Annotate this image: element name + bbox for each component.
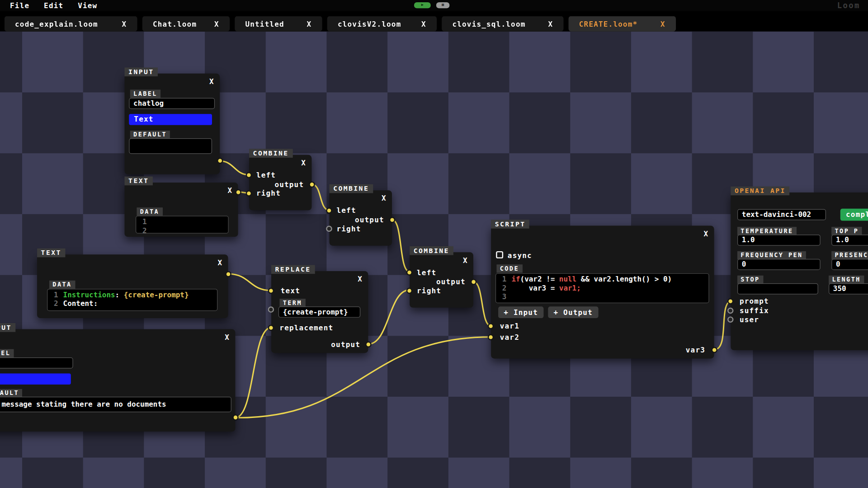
default-tag: DEFAULT [0,389,22,397]
length-input[interactable]: 350 [829,283,868,294]
line-number: 2 [140,226,147,235]
node-combine-3[interactable]: COMBINE X left output right [410,252,473,307]
label-input[interactable]: chatlog [129,98,215,109]
wire-input2-replace-replacement [235,328,271,418]
right-port[interactable] [406,288,412,294]
close-icon[interactable]: X [463,256,467,264]
menu-view[interactable]: View [78,1,97,9]
node-text-instructions[interactable]: TEXT X DATA 1Instructions: {create-promp… [37,254,228,318]
async-label: async [508,251,532,259]
node-canvas[interactable]: INPUT X LABEL chatlog Text DEFAULT COMBI… [0,32,868,488]
stop-input[interactable] [737,283,818,294]
wire-combine1-combine2-left [311,184,329,211]
default-input[interactable] [129,138,212,154]
tab-close-icon[interactable]: X [122,19,127,28]
node-title: OPENAI API [731,187,789,196]
close-icon[interactable]: X [358,275,362,283]
presence-input[interactable]: 0 [831,259,868,270]
stop-button[interactable]: ■ [436,2,449,8]
left-port[interactable] [326,207,332,213]
node-text-empty[interactable]: TEXT X DATA 1 2 [125,183,238,237]
add-input-button[interactable]: + Input [498,306,543,318]
default-input[interactable]: CREATE message stating there are no docu… [0,397,231,412]
type-button[interactable]: Text [0,374,71,385]
node-input-prompt[interactable]: INPUT X LABEL prompt Text DEFAULT CREATE… [0,329,235,432]
tab-close-icon[interactable]: X [548,19,553,28]
tab-chat[interactable]: Chat.loom X [142,16,230,32]
node-title: INPUT [0,323,15,332]
label-input[interactable]: prompt [0,357,73,368]
left-port[interactable] [406,269,412,275]
tab-clovis-sql[interactable]: clovis_sql.loom X [442,16,563,32]
left-port[interactable] [246,172,252,178]
mode-button[interactable]: completion [840,209,868,221]
output-port[interactable] [389,217,395,223]
output-port[interactable] [217,158,223,164]
close-icon[interactable]: X [227,187,232,195]
text-editor[interactable]: 1 2 [136,216,229,234]
tab-create-active[interactable]: CREATE.loom* X [569,16,676,32]
tab-close-icon[interactable]: X [307,19,312,28]
tab-clovisv2[interactable]: clovisV2.loom X [327,16,437,32]
port-label-prompt: prompt [740,297,769,305]
output-port[interactable] [235,189,241,195]
node-script[interactable]: SCRIPT X async CODE 1if(var2 != null && … [491,226,714,359]
prompt-port[interactable] [727,298,733,304]
menu-file[interactable]: File [10,1,29,9]
replacement-port[interactable] [268,325,274,331]
tab-untitled[interactable]: Untitled X [235,16,322,32]
output-port[interactable] [232,414,238,420]
code-token: if [511,275,520,283]
user-port[interactable] [727,316,733,322]
node-replace[interactable]: REPLACE X text TERM {create-prompt} repl… [271,271,368,353]
label-tag: LABEL [0,349,14,357]
code-token: Content: [63,299,98,307]
var2-port[interactable] [488,334,494,340]
node-combine-1[interactable]: COMBINE X left output right [249,155,311,210]
text-editor[interactable]: 1Instructions: {create-prompt} 2Content: [47,289,217,311]
close-icon[interactable]: X [225,333,229,341]
node-input-chatlog[interactable]: INPUT X LABEL chatlog Text DEFAULT [125,74,220,174]
async-checkbox[interactable] [496,251,503,258]
node-combine-2[interactable]: COMBINE X left output right [330,190,392,245]
add-output-button[interactable]: + Output [548,306,598,318]
port-label-var3: var3 [686,346,705,354]
tab-close-icon[interactable]: X [421,19,426,28]
close-icon[interactable]: X [217,258,222,267]
top-p-tag: TOP P [831,227,862,235]
default-tag: DEFAULT [130,131,170,139]
output-port[interactable] [309,182,315,188]
output-port[interactable] [225,271,231,277]
menu-bar: File Edit View ▶ ■ Loom [0,0,868,11]
tab-close-icon[interactable]: X [214,19,219,28]
close-icon[interactable]: X [382,194,386,202]
frequency-input[interactable]: 0 [737,259,821,270]
output-port[interactable] [365,342,371,347]
close-icon[interactable]: X [209,77,214,85]
line-number: 2 [499,284,506,293]
var1-port[interactable] [488,323,494,329]
close-icon[interactable]: X [704,230,708,238]
term-input[interactable]: {create-prompt} [278,306,360,317]
suffix-port[interactable] [727,308,733,314]
type-button[interactable]: Text [129,114,212,125]
tab-close-icon[interactable]: X [660,19,665,28]
node-openai-api[interactable]: OPENAI API text-davinci-002 completion T… [731,192,868,350]
code-editor[interactable]: 1if(var2 != null && var2.length() > 0) 2… [495,273,709,303]
code-token: var3 = [511,284,559,292]
var3-port[interactable] [711,347,717,353]
app-logo: Loom [837,1,860,10]
tab-code-explain[interactable]: code_explain.loom X [5,16,137,32]
output-port[interactable] [471,279,476,285]
close-icon[interactable]: X [301,159,306,167]
line-number: 1 [140,217,147,226]
play-button[interactable]: ▶ [414,2,431,8]
model-input[interactable]: text-davinci-002 [737,209,826,220]
menu-edit[interactable]: Edit [44,1,63,9]
temperature-input[interactable]: 1.0 [737,235,821,245]
right-port[interactable] [246,190,252,196]
right-port[interactable] [326,226,332,232]
text-port[interactable] [268,288,274,294]
term-port[interactable] [268,306,274,312]
top-p-input[interactable]: 1.0 [831,235,868,245]
